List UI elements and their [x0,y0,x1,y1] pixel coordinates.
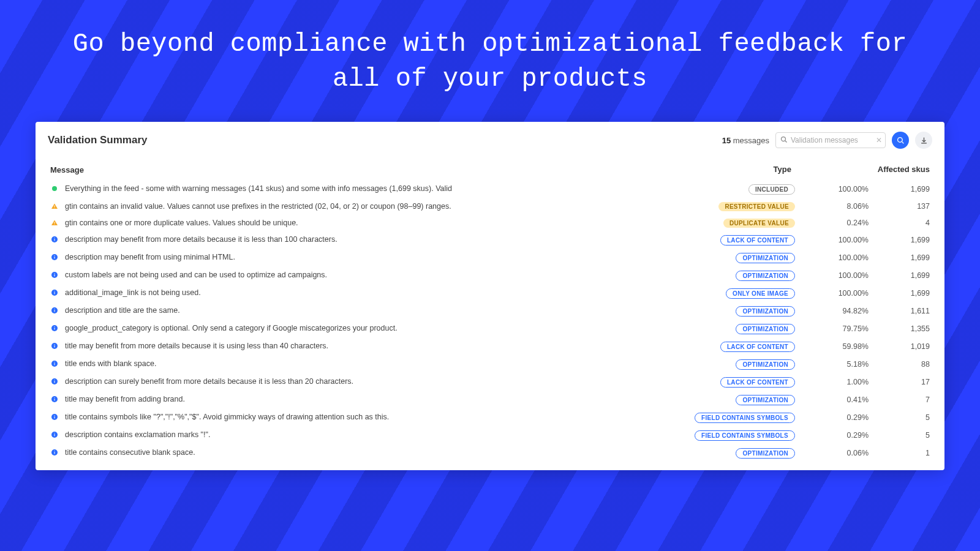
table-row[interactable]: title ends with blank space.OPTIMIZATION… [48,356,932,373]
table-row[interactable]: gtin contains an invalid value. Values c… [48,198,932,215]
type-tag[interactable]: OPTIMIZATION [736,271,795,281]
svg-rect-31 [55,363,55,365]
svg-rect-43 [55,434,55,437]
table-row[interactable]: custom labels are not being used and can… [48,267,932,285]
skus-cell: 7 [871,391,932,409]
table-row[interactable]: title may benefit from adding brand.OPTI… [48,391,932,409]
skus-cell: 1,611 [871,302,932,320]
col-affected[interactable]: Affected skus [871,161,932,181]
type-tag[interactable]: INCLUDED [748,184,795,195]
search-clear-button[interactable]: ✕ [876,136,882,144]
percent-cell: 100.00% [797,267,871,285]
search-button[interactable] [892,132,909,149]
download-button[interactable] [915,132,932,149]
table-row[interactable]: description may benefit from more detail… [48,231,932,249]
svg-rect-29 [55,344,55,345]
message-text: title contains consecutive blank space. [65,448,195,457]
success-icon [50,186,59,192]
type-cell: LACK OF CONTENT [643,231,797,249]
svg-rect-25 [55,328,55,330]
type-cell: OPTIMIZATION [643,302,797,320]
type-tag[interactable]: RESTRICTED VALUE [718,202,795,211]
message-cell: gtin contains one or more duplicate valu… [48,215,643,231]
table-row[interactable]: description can surely benefit from more… [48,373,932,391]
skus-cell: 137 [871,198,932,215]
skus-cell: 88 [871,356,932,373]
type-tag[interactable]: OPTIMIZATION [736,306,795,317]
type-tag[interactable]: LACK OF CONTENT [720,235,795,246]
message-text: title contains symbols like "?","!","%",… [65,413,389,421]
search-input[interactable] [775,132,886,148]
validation-table: Message Type Affected skus Everything in… [48,161,932,462]
type-cell: OPTIMIZATION [643,267,797,285]
type-cell: FIELD CONTAINS SYMBOLS [643,409,797,427]
svg-rect-26 [55,326,55,327]
percent-cell: 59.98% [797,338,871,356]
table-row[interactable]: gtin contains one or more duplicate valu… [48,215,932,231]
svg-rect-8 [55,224,55,225]
message-text: description may benefit from more detail… [65,235,337,244]
percent-cell: 1.00% [797,373,871,391]
type-tag[interactable]: LACK OF CONTENT [720,377,795,388]
panel-header: Validation Summary 15 messages ✕ [48,132,932,149]
message-text: title may benefit from more details beca… [65,342,328,350]
table-row[interactable]: google_product_category is optional. Onl… [48,320,932,338]
svg-rect-32 [55,362,55,362]
info-icon [50,253,59,261]
message-cell: title contains consecutive blank space. [48,444,643,460]
table-row[interactable]: title may benefit from more details beca… [48,338,932,356]
svg-rect-19 [55,292,55,294]
skus-cell: 17 [871,373,932,391]
message-cell: custom labels are not being used and can… [48,267,643,283]
type-tag[interactable]: OPTIMIZATION [736,395,795,405]
type-tag[interactable]: OPTIMIZATION [736,324,795,334]
message-text: description can surely benefit from more… [65,377,353,386]
svg-line-3 [902,141,903,143]
message-text: description and title are the same. [65,306,180,315]
type-tag[interactable]: LACK OF CONTENT [720,342,795,352]
type-cell: LACK OF CONTENT [643,373,797,391]
panel-tools: 15 messages ✕ [722,132,932,149]
info-icon [50,431,59,438]
table-row[interactable]: title contains symbols like "?","!","%",… [48,409,932,427]
table-row[interactable]: description contains exclamation marks "… [48,427,932,444]
skus-cell: 1,355 [871,320,932,338]
svg-rect-41 [55,415,55,416]
table-row[interactable]: title contains consecutive blank space.O… [48,444,932,462]
svg-rect-11 [55,238,55,238]
percent-cell: 0.24% [797,215,871,231]
skus-cell: 1,019 [871,338,932,356]
skus-cell: 1,699 [871,231,932,249]
svg-rect-34 [55,381,55,383]
validation-panel: Validation Summary 15 messages ✕ [36,122,944,470]
type-tag[interactable]: OPTIMIZATION [736,448,795,459]
svg-rect-22 [55,310,55,312]
table-row[interactable]: Everything in the feed - some with warni… [48,181,932,198]
table-row[interactable]: description may benefit from using minim… [48,249,932,267]
message-cell: description contains exclamation marks "… [48,427,643,443]
col-type[interactable]: Type [643,161,797,181]
type-tag[interactable]: OPTIMIZATION [736,359,795,370]
svg-point-2 [897,138,902,143]
message-text: gtin contains an invalid value. Values c… [65,202,451,211]
skus-cell: 1,699 [871,181,932,198]
type-tag[interactable]: FIELD CONTAINS SYMBOLS [695,430,795,441]
message-text: title ends with blank space. [65,359,156,368]
table-row[interactable]: description and title are the same.OPTIM… [48,302,932,320]
message-cell: title contains symbols like "?","!","%",… [48,409,643,425]
svg-rect-35 [55,380,55,380]
type-tag[interactable]: OPTIMIZATION [736,253,795,263]
info-icon [50,360,59,367]
type-cell: OPTIMIZATION [643,391,797,409]
percent-cell: 94.82% [797,302,871,320]
skus-cell: 4 [871,215,932,231]
col-message[interactable]: Message [48,161,643,181]
message-text: gtin contains one or more duplicate valu… [65,219,298,227]
type-tag[interactable]: ONLY ONE IMAGE [726,288,795,299]
skus-cell: 5 [871,427,932,444]
type-tag[interactable]: FIELD CONTAINS SYMBOLS [695,413,795,423]
table-row[interactable]: additional_image_link is not being used.… [48,285,932,302]
type-tag[interactable]: DUPLICATE VALUE [723,219,795,228]
message-text: description contains exclamation marks "… [65,430,210,439]
type-cell: FIELD CONTAINS SYMBOLS [643,427,797,444]
